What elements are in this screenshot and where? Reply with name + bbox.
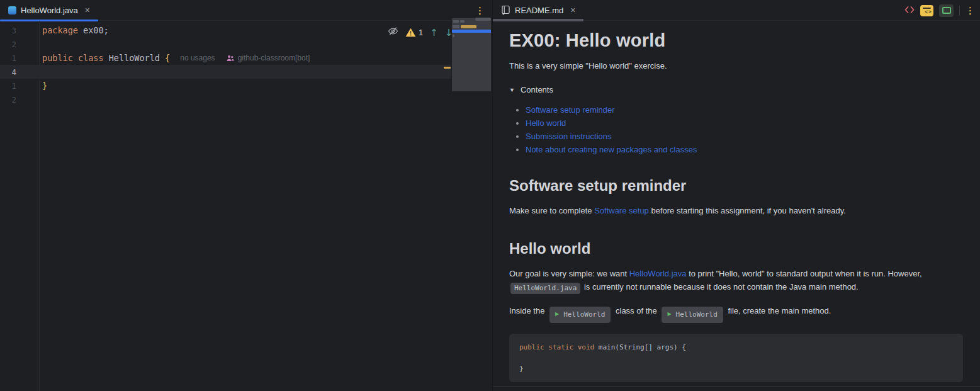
run-chip-helloworld-class[interactable]: ▶HelloWorld bbox=[549, 307, 611, 323]
helloworld-java-link[interactable]: HelloWorld.java bbox=[629, 269, 687, 278]
minimap-scrollbar-thumb[interactable] bbox=[475, 18, 491, 21]
ide-window: HelloWorld.java × ⋮ 3 package ex00; 2 1 … bbox=[0, 0, 980, 391]
list-item: Submission instructions bbox=[526, 132, 963, 141]
tab-helloworld-java[interactable]: HelloWorld.java × bbox=[0, 0, 98, 21]
code-editor[interactable]: 3 package ex00; 2 1 public class HelloWo… bbox=[0, 21, 492, 391]
highlighting-off-eye-icon[interactable] bbox=[388, 26, 398, 39]
contents-label: Contents bbox=[521, 85, 553, 94]
line-number[interactable]: 1 bbox=[0, 54, 39, 63]
code-rest: ex00; bbox=[78, 25, 109, 35]
tab-title: README.md bbox=[515, 6, 563, 15]
chip-label: HelloWorld bbox=[563, 308, 605, 321]
usages-inlay-hint[interactable]: no usages bbox=[180, 54, 215, 62]
code-line: 1 public class HelloWorld { no usages gi… bbox=[0, 51, 451, 65]
chip-label: HelloWorld bbox=[676, 308, 718, 321]
previous-problem-arrow-icon[interactable]: ↑ bbox=[430, 27, 438, 38]
keyword: package bbox=[42, 25, 78, 35]
code-rest: } bbox=[519, 365, 524, 373]
minimap-mark bbox=[453, 20, 459, 23]
goal-paragraph: Our goal is very simple: we want HelloWo… bbox=[509, 267, 963, 294]
section-heading-software-setup: Software setup reminder bbox=[509, 177, 963, 195]
code-line: 2 bbox=[0, 93, 451, 106]
list-item: Hello world bbox=[526, 118, 963, 128]
line-number[interactable]: 1 bbox=[0, 81, 39, 91]
warning-indicator[interactable]: 1 bbox=[405, 28, 423, 37]
text: to print "Hello, world" to standard outp… bbox=[687, 269, 922, 278]
contents-collapse-toggle[interactable]: ▼ Contents bbox=[509, 85, 963, 94]
line-number[interactable]: 2 bbox=[0, 40, 39, 49]
close-icon[interactable]: × bbox=[85, 6, 90, 14]
code-text: } bbox=[39, 81, 47, 91]
tab-title: HelloWorld.java bbox=[21, 6, 78, 15]
code-block-line: } bbox=[519, 363, 953, 374]
list-item: Software setup reminder bbox=[526, 105, 963, 115]
code-text: public class HelloWorld { bbox=[39, 53, 170, 63]
code-line: 1 } bbox=[0, 79, 451, 93]
show-preview-only-icon[interactable] bbox=[939, 4, 954, 17]
current-code-line: 4 bbox=[0, 65, 451, 79]
keyword: public class bbox=[42, 53, 104, 63]
line-number[interactable]: 3 bbox=[0, 26, 39, 35]
minimap-current-line bbox=[452, 30, 491, 33]
setup-paragraph: Make sure to complete Software setup bef… bbox=[509, 204, 963, 217]
run-icon: ▶ bbox=[667, 312, 671, 317]
left-tab-bar: HelloWorld.java × ⋮ bbox=[0, 0, 492, 21]
line-number[interactable]: 2 bbox=[0, 95, 39, 105]
minimap-mark bbox=[453, 25, 459, 28]
code-block: public static void main(String[] args) {… bbox=[509, 334, 963, 382]
inline-code: HelloWorld.java bbox=[510, 283, 580, 294]
inspections-widget: 1 ↑ ↓ bbox=[388, 26, 453, 39]
text: file, create the main method. bbox=[726, 306, 831, 315]
text: Make sure to complete bbox=[509, 206, 594, 215]
editor-pane: HelloWorld.java × ⋮ 3 package ex00; 2 1 … bbox=[0, 0, 492, 391]
error-stripe-warning-mark[interactable] bbox=[444, 67, 451, 69]
text: Our goal is very simple: we want bbox=[509, 269, 629, 278]
author-people-icon bbox=[227, 55, 234, 62]
table-of-contents: Software setup reminder Hello world Subm… bbox=[509, 105, 963, 154]
close-icon[interactable]: × bbox=[570, 6, 575, 14]
show-editor-only-icon[interactable] bbox=[904, 5, 915, 16]
list-item: Note about creating new packages and cla… bbox=[526, 145, 963, 154]
minimap-mark bbox=[453, 35, 454, 37]
section-heading-hello-world: Hello world bbox=[509, 240, 963, 258]
code-text: package ex00; bbox=[39, 25, 109, 35]
text: class of the bbox=[613, 306, 659, 315]
markdown-file-icon bbox=[501, 5, 510, 15]
preview-layout-controls: <> ⋮ bbox=[904, 0, 975, 21]
software-setup-link[interactable]: Software setup bbox=[594, 206, 649, 215]
warning-triangle-icon bbox=[405, 28, 416, 37]
code-block-line bbox=[519, 353, 953, 363]
intro-paragraph: This is a very simple "Hello world" exer… bbox=[509, 60, 963, 72]
keyword: public static void bbox=[519, 343, 594, 351]
toc-link-software-setup-reminder[interactable]: Software setup reminder bbox=[526, 105, 615, 115]
right-tab-bar: README.md × <> ⋮ bbox=[493, 0, 980, 21]
readme-h1: EX00: Hello world bbox=[509, 30, 963, 51]
text: Inside the bbox=[509, 306, 547, 315]
code-line: 2 bbox=[0, 37, 451, 51]
preview-options-kebab-icon[interactable]: ⋮ bbox=[966, 0, 975, 21]
open-brace: { bbox=[165, 53, 170, 63]
toc-link-hello-world[interactable]: Hello world bbox=[526, 118, 566, 128]
current-line-number[interactable]: 4 bbox=[0, 67, 39, 77]
close-brace: } bbox=[42, 81, 47, 91]
toc-link-note-packages-classes[interactable]: Note about creating new packages and cla… bbox=[526, 145, 697, 154]
readme-content: EX00: Hello world This is a very simple … bbox=[493, 21, 980, 391]
code-rest: main(String[] args) { bbox=[594, 343, 686, 351]
inside-paragraph: Inside the ▶HelloWorld class of the ▶Hel… bbox=[509, 304, 963, 321]
run-chip-helloworld-file[interactable]: ▶HelloWorld bbox=[662, 307, 723, 323]
class-name: HelloWorld bbox=[104, 53, 166, 63]
minimap-warning-mark bbox=[461, 25, 476, 28]
tab-readme-md[interactable]: README.md × bbox=[493, 0, 583, 21]
code-line: 3 package ex00; bbox=[0, 23, 451, 37]
code-block-line: public static void main(String[] args) { bbox=[519, 342, 953, 353]
warning-count: 1 bbox=[419, 28, 423, 37]
text: is currently not runnable because it doe… bbox=[582, 282, 858, 292]
chevron-down-icon: ▼ bbox=[509, 87, 515, 93]
author-inlay-hint[interactable]: github-classroom[bot] bbox=[238, 54, 310, 62]
toc-link-submission-instructions[interactable]: Submission instructions bbox=[526, 132, 612, 141]
minimap[interactable] bbox=[452, 18, 491, 91]
java-class-icon bbox=[8, 6, 16, 14]
minimap-mark bbox=[460, 20, 465, 23]
markdown-preview-pane: README.md × <> ⋮ EX00: Hello world bbox=[492, 0, 980, 391]
show-editor-and-preview-icon[interactable]: <> bbox=[920, 5, 933, 16]
